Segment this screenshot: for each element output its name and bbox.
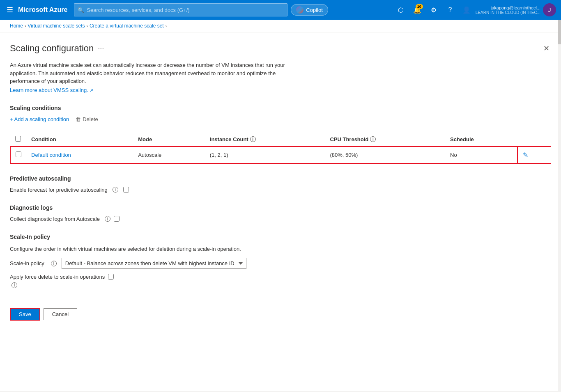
th-mode: Mode	[133, 133, 205, 147]
predictive-enable-label: Enable forecast for predictive autoscali…	[10, 187, 108, 193]
more-options-icon[interactable]: ···	[98, 44, 104, 53]
scrollbar-thumb[interactable]	[558, 20, 561, 44]
settings-icon[interactable]: ⚙	[426, 2, 441, 17]
predictive-checkbox[interactable]	[123, 187, 129, 193]
notifications-badge: 10	[416, 4, 423, 9]
hamburger-icon[interactable]: ☰	[5, 4, 15, 16]
breadcrumb-sep-3: ›	[166, 24, 167, 28]
th-cpu-threshold: CPU Threshold i	[325, 133, 445, 147]
select-all-checkbox[interactable]	[15, 136, 21, 142]
scrollbar[interactable]	[558, 20, 561, 391]
scaling-conditions-title: Scaling conditions	[10, 105, 551, 111]
cpu-threshold-info-icon[interactable]: i	[370, 136, 376, 142]
edit-icon[interactable]: ✎	[523, 151, 528, 158]
breadcrumb-home[interactable]: Home	[10, 23, 23, 29]
policy-select[interactable]: Default - Balance across zones then dele…	[62, 258, 246, 269]
feedback-icon[interactable]: 👤	[459, 2, 474, 17]
policy-row: Scale-in policy i Default - Balance acro…	[10, 258, 551, 269]
row-checkbox[interactable]	[16, 151, 21, 157]
copilot-icon	[296, 6, 303, 14]
user-org: LEARN IN THE CLOUD (INTHEC...	[476, 10, 540, 15]
diagnostic-checkbox[interactable]	[114, 216, 120, 222]
learn-more-link[interactable]: Learn more about VMSS scaling.	[10, 87, 88, 93]
predictive-row: Enable forecast for predictive autoscali…	[10, 187, 551, 193]
cloud-shell-icon[interactable]: ⬡	[393, 2, 408, 17]
copilot-button[interactable]: Copilot	[291, 4, 328, 16]
breadcrumb-sep-2: ›	[87, 24, 88, 28]
delete-label: Delete	[83, 116, 98, 122]
azure-logo: Microsoft Azure	[18, 6, 67, 14]
page-title: Scaling configuration	[10, 43, 94, 54]
user-profile[interactable]: jakapong@learninthecl... LEARN IN THE CL…	[476, 3, 556, 16]
save-button[interactable]: Save	[10, 308, 40, 321]
toolbar-divider	[10, 129, 551, 129]
breadcrumb-sep-1: ›	[25, 24, 26, 28]
conditions-table: Condition Mode Instance Count i CPU Thre…	[10, 133, 551, 164]
force-delete-info-icon[interactable]: i	[11, 282, 17, 288]
breadcrumb-create[interactable]: Create a virtual machine scale set	[90, 23, 164, 29]
th-instance-count-label: Instance Count	[210, 136, 248, 142]
scale-in-policy-description: Configure the order in which virtual mac…	[10, 245, 306, 253]
scale-in-policy-title: Scale-In policy	[10, 234, 551, 240]
breadcrumb-vmss[interactable]: Virtual machine scale sets	[28, 23, 85, 29]
page-header: Scaling configuration ··· ✕	[10, 42, 551, 55]
breadcrumb: Home › Virtual machine scale sets › Crea…	[0, 20, 561, 32]
page-description: An Azure virtual machine scale set can a…	[10, 61, 306, 85]
th-cpu-threshold-label: CPU Threshold	[330, 136, 368, 142]
copilot-label: Copilot	[306, 7, 322, 13]
predictive-info-icon[interactable]: i	[113, 187, 118, 193]
help-icon[interactable]: ?	[443, 2, 458, 17]
th-mode-label: Mode	[138, 136, 152, 142]
cancel-button[interactable]: Cancel	[44, 308, 77, 320]
table-row: Default condition Autoscale (1, 2, 1) (8…	[10, 147, 551, 163]
trash-icon: 🗑	[76, 116, 81, 122]
diagnostic-logs-row: Collect diagnostic logs from Autoscale i	[10, 216, 551, 222]
th-schedule-label: Schedule	[450, 136, 474, 142]
schedule-value: No	[450, 152, 457, 158]
add-condition-button[interactable]: + Add a scaling condition	[10, 116, 69, 122]
avatar: J	[543, 3, 556, 16]
conditions-table-wrapper: Condition Mode Instance Count i CPU Thre…	[10, 133, 551, 164]
main-content: Scaling configuration ··· ✕ An Azure vir…	[0, 32, 561, 391]
search-input[interactable]	[87, 7, 284, 13]
condition-link[interactable]: Default condition	[31, 152, 71, 158]
force-delete-label: Apply force delete to scale-in operation…	[10, 274, 105, 280]
nav-icons: ⬡ 🔔 10 ⚙ ? 👤 jakapong@learninthecl... LE…	[393, 2, 556, 17]
diagnostic-label: Collect diagnostic logs from Autoscale	[10, 216, 100, 222]
mode-value: Autoscale	[138, 152, 161, 158]
top-navigation: ☰ Microsoft Azure 🔍 Copilot ⬡ 🔔 10 ⚙ ? 👤…	[0, 0, 561, 20]
th-actions	[517, 133, 551, 147]
instance-count-value: (1, 2, 1)	[210, 152, 228, 158]
search-icon: 🔍	[78, 7, 84, 13]
action-buttons: Save Cancel	[10, 301, 551, 321]
close-button[interactable]: ✕	[542, 42, 551, 55]
predictive-autoscaling-title: Predictive autoscaling	[10, 175, 551, 182]
th-checkbox	[10, 133, 26, 147]
notifications-icon[interactable]: 🔔 10	[410, 2, 425, 17]
diagnostic-info-icon[interactable]: i	[105, 216, 110, 222]
user-name: jakapong@learninthecl...	[491, 5, 540, 10]
force-delete-checkbox[interactable]	[108, 274, 114, 280]
diagnostic-logs-title: Diagnostic logs	[10, 204, 551, 211]
delete-button[interactable]: 🗑 Delete	[76, 116, 98, 122]
th-instance-count: Instance Count i	[205, 133, 325, 147]
search-bar[interactable]: 🔍	[74, 3, 287, 16]
conditions-toolbar: + Add a scaling condition 🗑 Delete	[10, 116, 551, 126]
instance-count-info-icon[interactable]: i	[250, 136, 256, 142]
cpu-threshold-value: (80%, 50%)	[330, 152, 358, 158]
policy-info-icon[interactable]: i	[51, 261, 57, 266]
table-header-row: Condition Mode Instance Count i CPU Thre…	[10, 133, 551, 147]
force-delete-row: Apply force delete to scale-in operation…	[10, 274, 551, 280]
th-condition: Condition	[26, 133, 133, 147]
th-schedule: Schedule	[445, 133, 517, 147]
th-condition-label: Condition	[31, 136, 56, 142]
policy-label: Scale-in policy	[10, 260, 44, 266]
external-link-icon: ↗	[90, 88, 93, 93]
